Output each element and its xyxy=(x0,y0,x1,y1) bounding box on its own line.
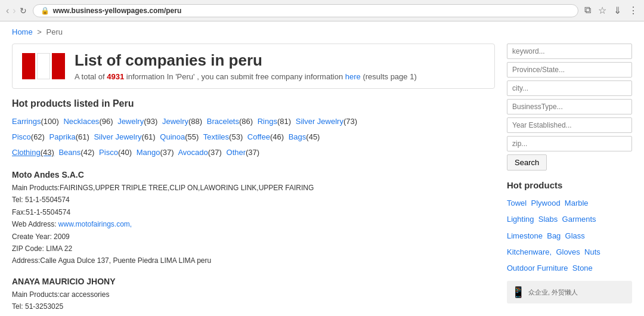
list-item: Avocado(37) xyxy=(178,148,221,157)
search-form: Search xyxy=(507,44,632,171)
sidebar-product-slabs[interactable]: Slabs xyxy=(538,215,558,224)
product-jewelry1[interactable]: Jewelry(93) xyxy=(117,117,157,126)
wechat-text: 众企业, 外贸懒人 xyxy=(528,288,578,297)
list-item: Bags(45) xyxy=(289,132,320,141)
city-input[interactable] xyxy=(507,80,632,96)
company-name-2: ANAYA MAURICIO JHONY xyxy=(12,277,495,286)
product-pisco1[interactable]: Pisco(62) xyxy=(12,132,45,141)
product-mango[interactable]: Mango(37) xyxy=(137,148,174,157)
list-item: Other(37) xyxy=(227,148,260,157)
company-website[interactable]: www.motofairings.com, xyxy=(58,220,132,228)
wechat-icon: 📱 xyxy=(512,286,525,299)
wechat-overlay: 📱 众企业, 外贸懒人 xyxy=(507,281,632,303)
page-subtitle: A total of 4931 information In 'Peru' , … xyxy=(75,72,417,81)
hot-products-heading: Hot products listed in Peru xyxy=(12,98,495,109)
list-item: Bracelets(86) xyxy=(207,117,253,126)
sidebar-product-towel[interactable]: Towel xyxy=(507,199,527,207)
breadcrumb-sep: > xyxy=(37,27,42,36)
sidebar-product-bag[interactable]: Bag xyxy=(547,231,561,240)
page-content: Home > Peru List of companies in peru A … xyxy=(0,21,644,316)
page-title: List of companies in peru xyxy=(75,51,417,70)
company-name: Moto Andes S.A.C xyxy=(12,170,495,179)
product-bracelets[interactable]: Bracelets(86) xyxy=(207,117,253,126)
list-item: Rings(81) xyxy=(258,117,291,126)
product-jewelry2[interactable]: Jewelry(88) xyxy=(162,117,202,126)
product-paprika[interactable]: Paprika(61) xyxy=(49,132,89,141)
right-column: Search Hot products Towel Plywood Marble… xyxy=(507,44,632,316)
list-item: Necklaces(96) xyxy=(63,117,113,126)
address-bar[interactable]: 🔒 www.business-yellowpages.com/peru xyxy=(33,4,578,17)
qr-icon[interactable]: ⧉ xyxy=(584,5,591,16)
province-input[interactable] xyxy=(507,62,632,78)
product-textiles[interactable]: Textiles(53) xyxy=(203,132,243,141)
keyword-input[interactable] xyxy=(507,44,632,59)
product-beans[interactable]: Beans(42) xyxy=(58,148,94,157)
breadcrumb: Home > Peru xyxy=(12,27,632,36)
total-count: 4931 xyxy=(107,72,124,81)
product-pisco2[interactable]: Pisco(40) xyxy=(99,148,132,157)
flag-right-red xyxy=(52,53,65,79)
sidebar-product-limestone[interactable]: Limestone xyxy=(507,231,543,240)
product-bags[interactable]: Bags(45) xyxy=(289,132,320,141)
sidebar-hot-products: Towel Plywood Marble Lighting Slabs Garm… xyxy=(507,195,632,276)
breadcrumb-current: Peru xyxy=(47,27,63,36)
product-other[interactable]: Other(37) xyxy=(227,148,260,157)
company-detail: Main Products:FAIRINGS,UPPER TRIPLE TREE… xyxy=(12,182,495,267)
list-item: Silver Jewelry(73) xyxy=(296,117,357,126)
url-text: www.business-yellowpages.com/peru xyxy=(53,7,182,15)
list-item: Earrings(100) xyxy=(12,117,59,126)
business-type-input[interactable] xyxy=(507,99,632,114)
sidebar-product-outdoor-furniture[interactable]: Outdoor Furniture xyxy=(507,264,568,272)
product-coffee[interactable]: Coffee(46) xyxy=(247,132,284,141)
sidebar-product-stone[interactable]: Stone xyxy=(572,264,593,272)
sidebar-product-glass[interactable]: Glass xyxy=(565,231,585,240)
zip-input[interactable] xyxy=(507,136,632,151)
product-rings[interactable]: Rings(81) xyxy=(258,117,291,126)
back-button[interactable]: ‹ xyxy=(6,5,9,16)
download-icon[interactable]: ⇓ xyxy=(614,5,621,16)
sidebar-product-kitchenware[interactable]: Kitchenware, xyxy=(507,247,552,256)
browser-actions: ⧉ ☆ ⇓ ⋮ xyxy=(584,5,638,16)
product-silver-jewelry2[interactable]: Silver Jewelry(61) xyxy=(94,132,155,141)
product-necklaces[interactable]: Necklaces(96) xyxy=(63,117,113,126)
product-avocado[interactable]: Avocado(37) xyxy=(178,148,221,157)
hot-products-list: Earrings(100) Necklaces(96) Jewelry(93) … xyxy=(12,114,495,160)
submit-link[interactable]: here xyxy=(345,72,361,81)
refresh-button[interactable]: ↻ xyxy=(20,6,27,16)
menu-icon[interactable]: ⋮ xyxy=(628,5,638,16)
list-item: Jewelry(88) xyxy=(162,117,202,126)
product-silver-jewelry1[interactable]: Silver Jewelry(73) xyxy=(296,117,357,126)
company-detail-2: Main Products:car accessories Tel: 51-32… xyxy=(12,289,495,316)
sidebar-hot-title: Hot products xyxy=(507,180,632,190)
product-clothing[interactable]: Clothing(43) xyxy=(12,148,54,157)
sidebar-product-marble[interactable]: Marble xyxy=(565,199,589,207)
list-item: Clothing(43) xyxy=(12,148,54,157)
list-item: Coffee(46) xyxy=(247,132,284,141)
sidebar-product-plywood[interactable]: Plywood xyxy=(531,199,560,207)
company-anaya: ANAYA MAURICIO JHONY Main Products:car a… xyxy=(12,277,495,316)
left-column: List of companies in peru A total of 493… xyxy=(12,44,495,316)
list-item: Pisco(62) xyxy=(12,132,45,141)
list-item: Paprika(61) xyxy=(49,132,89,141)
list-item: Quinoa(55) xyxy=(160,132,199,141)
list-item: Silver Jewelry(61) xyxy=(94,132,155,141)
sidebar-product-garments[interactable]: Garments xyxy=(562,215,596,224)
breadcrumb-home[interactable]: Home xyxy=(12,27,33,36)
company-moto-andes: Moto Andes S.A.C Main Products:FAIRINGS,… xyxy=(12,170,495,267)
product-earrings[interactable]: Earrings(100) xyxy=(12,117,59,126)
year-input[interactable] xyxy=(507,117,632,133)
browser-bar: ‹ › ↻ 🔒 www.business-yellowpages.com/per… xyxy=(0,0,644,21)
list-item: Pisco(40) xyxy=(99,148,132,157)
product-quinoa[interactable]: Quinoa(55) xyxy=(160,132,199,141)
header-box: List of companies in peru A total of 493… xyxy=(12,44,495,89)
peru-flag xyxy=(22,53,65,79)
search-button[interactable]: Search xyxy=(507,154,547,171)
security-icon: 🔒 xyxy=(41,7,49,15)
star-icon[interactable]: ☆ xyxy=(598,5,606,16)
forward-button[interactable]: › xyxy=(13,5,16,16)
flag-left-red xyxy=(22,53,35,79)
sidebar-product-gloves[interactable]: Gloves xyxy=(556,247,580,256)
sidebar-product-nuts[interactable]: Nuts xyxy=(584,247,600,256)
sidebar-product-lighting[interactable]: Lighting xyxy=(507,215,534,224)
header-text: List of companies in peru A total of 493… xyxy=(75,51,417,81)
